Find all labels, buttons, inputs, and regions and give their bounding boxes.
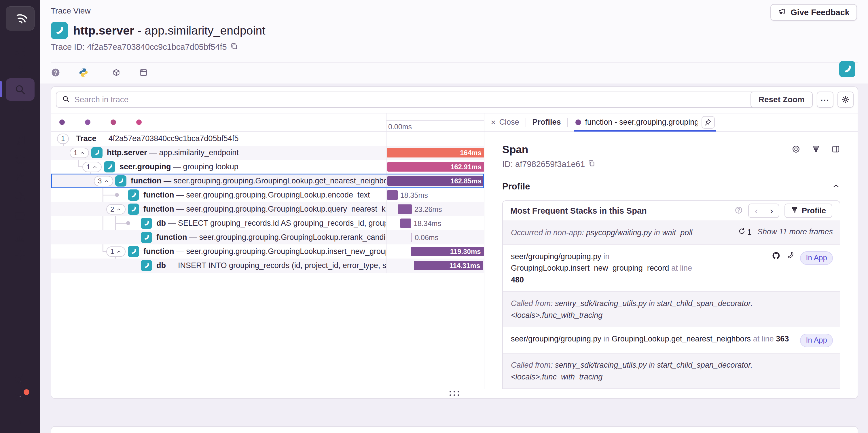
legend-item-db[interactable] bbox=[85, 120, 97, 125]
prev-stack-button[interactable]: ‹ bbox=[749, 204, 764, 217]
broadcast-icon bbox=[14, 391, 27, 403]
legend-item-http-server[interactable] bbox=[111, 120, 123, 125]
legend-item-function[interactable] bbox=[59, 120, 72, 125]
span-row[interactable]: 1Trace — 4f2a57ea703840cc9c1bca7d05bf54f… bbox=[51, 131, 484, 146]
span-row-selected[interactable]: 3function — seer.grouping.grouping.Group… bbox=[51, 174, 484, 188]
sidebar bbox=[0, 0, 40, 433]
trace-view-app: Trace View http.server - app.similarity_… bbox=[0, 0, 868, 433]
sentry-logo-icon bbox=[13, 11, 27, 26]
sidebar-item-projects[interactable] bbox=[0, 208, 40, 224]
tab-profiles[interactable]: Profiles bbox=[532, 118, 561, 127]
header-divider bbox=[51, 62, 858, 63]
span-duration-bar[interactable] bbox=[387, 190, 398, 200]
search-icon bbox=[14, 83, 27, 96]
in-app-badge[interactable]: In App bbox=[800, 334, 833, 347]
seer-icon[interactable] bbox=[786, 251, 794, 261]
chevron-up-icon[interactable] bbox=[840, 431, 849, 433]
timeline-cell: 114.31ms bbox=[386, 258, 484, 273]
stack-context-row: Called from: sentry_sdk/tracing_utils.py… bbox=[503, 291, 840, 327]
sidebar-item-settings[interactable] bbox=[0, 247, 40, 263]
title-op: http.server bbox=[73, 24, 134, 37]
span-row[interactable]: function — seer.grouping.grouping.Groupi… bbox=[51, 188, 484, 202]
timeline-cell: 164ms bbox=[386, 146, 484, 160]
seer-project-icon bbox=[141, 218, 152, 229]
span-row[interactable]: db — SELECT grouping_records.id AS group… bbox=[51, 216, 484, 230]
span-row[interactable]: 1seer.grouping — grouping lookup162.91ms bbox=[51, 160, 484, 174]
reset-zoom-button[interactable]: Reset Zoom bbox=[750, 92, 813, 108]
children-count-pill[interactable]: 3 bbox=[94, 176, 113, 186]
children-count-pill[interactable]: 1 bbox=[106, 246, 126, 257]
children-count-pill[interactable]: 1 bbox=[70, 148, 89, 158]
sidebar-item-collapse[interactable] bbox=[0, 415, 40, 431]
children-count-pill[interactable]: 2 bbox=[106, 204, 126, 215]
span-duration-bar[interactable] bbox=[411, 233, 412, 242]
duration-label: 18.35ms bbox=[400, 190, 428, 200]
chevron-up-icon bbox=[80, 150, 85, 156]
search-icon bbox=[62, 95, 70, 104]
span-tree: 0.00ms 1Trace — 4f2a57ea703840cc9c1bca7d… bbox=[51, 114, 484, 389]
span-duration-bar[interactable] bbox=[398, 205, 411, 214]
open-profile-button[interactable]: Profile bbox=[784, 204, 832, 218]
span-duration-bar[interactable] bbox=[400, 218, 411, 228]
profile-flame-icon[interactable] bbox=[811, 145, 820, 155]
span-row[interactable]: db — INSERT INTO grouping_records (id, p… bbox=[51, 258, 484, 273]
profile-section-header[interactable]: Profile bbox=[502, 181, 840, 192]
stack-frame-row[interactable]: seer/grouping/grouping.py in GroupingLoo… bbox=[503, 327, 840, 353]
help-icon[interactable] bbox=[734, 206, 743, 216]
sidebar-item-issues[interactable] bbox=[0, 43, 40, 59]
search-input[interactable] bbox=[74, 95, 753, 104]
meta-item bbox=[51, 68, 64, 80]
seer-project-icon bbox=[104, 161, 115, 173]
next-stack-button[interactable]: › bbox=[764, 204, 779, 217]
give-feedback-button[interactable]: Give Feedback bbox=[770, 4, 857, 21]
in-app-badge[interactable]: In App bbox=[800, 251, 833, 265]
close-icon: × bbox=[491, 118, 496, 127]
sidebar-item-alerts[interactable] bbox=[0, 170, 40, 186]
span-row[interactable]: 1function — seer.grouping.grouping.Group… bbox=[51, 244, 484, 258]
feedback-icon bbox=[14, 133, 27, 146]
sidebar-item-dashboards[interactable] bbox=[0, 189, 40, 205]
duration-label: 164ms bbox=[387, 148, 482, 157]
show-more-frames-link[interactable]: Show 11 more frames bbox=[757, 227, 833, 236]
sidebar-item-sentry-logo[interactable] bbox=[6, 6, 35, 31]
sidebar-item-insights[interactable] bbox=[0, 229, 40, 245]
sidebar-item-replays[interactable] bbox=[0, 151, 40, 167]
sidebar-item-explore[interactable] bbox=[0, 59, 40, 75]
timeline-cell: 18.34ms bbox=[386, 216, 484, 230]
close-tab-button[interactable]: × Close bbox=[491, 118, 519, 127]
sidebar-item-broadcast[interactable] bbox=[0, 389, 40, 405]
help-icon bbox=[14, 373, 27, 385]
timeline-cell: 0.06ms bbox=[386, 230, 484, 244]
sidebar-item-feedback[interactable] bbox=[0, 132, 40, 148]
span-row[interactable]: 2function — seer.grouping.grouping.Group… bbox=[51, 202, 484, 216]
children-count-pill[interactable]: 1 bbox=[82, 162, 102, 172]
stack-frame-row[interactable]: seer/grouping/grouping.py in GroupingLoo… bbox=[503, 244, 840, 291]
settings-button[interactable] bbox=[837, 92, 854, 108]
more-options-button[interactable]: ... bbox=[817, 92, 833, 108]
chevron-up-icon bbox=[116, 249, 122, 254]
drag-handle[interactable] bbox=[450, 391, 459, 396]
seer-project-icon bbox=[115, 175, 126, 187]
span-row[interactable]: 1http.server — app.similarity_endpoint16… bbox=[51, 146, 484, 160]
sidebar-item-performance[interactable] bbox=[0, 104, 40, 120]
children-count-pill[interactable]: 1 bbox=[57, 133, 69, 144]
copy-icon[interactable] bbox=[587, 159, 595, 169]
card-title: Most Frequent Stacks in this Span bbox=[510, 206, 647, 216]
stack-pager: ‹ › bbox=[748, 204, 779, 218]
search-box[interactable] bbox=[56, 92, 759, 108]
sidebar-item-search[interactable] bbox=[6, 78, 35, 101]
legend-item-seer-grouping[interactable] bbox=[136, 120, 149, 125]
sidebar-item-help[interactable] bbox=[0, 371, 40, 387]
detail-tabs: × Close Profiles function - seer.groupin… bbox=[485, 114, 858, 131]
dashboards-icon bbox=[14, 191, 27, 203]
side-panel-icon[interactable] bbox=[831, 145, 840, 155]
project-avatar bbox=[839, 61, 855, 77]
copy-icon[interactable] bbox=[230, 42, 238, 52]
seer-project-icon bbox=[128, 204, 139, 215]
notification-dot bbox=[24, 389, 29, 395]
github-icon[interactable] bbox=[772, 251, 780, 262]
pin-tab-button[interactable] bbox=[702, 116, 715, 129]
span-row[interactable]: function — seer.grouping.grouping.Groupi… bbox=[51, 230, 484, 244]
focus-span-icon[interactable] bbox=[792, 145, 801, 155]
tab-active-span[interactable]: function - seer.grouping.grouping.G… bbox=[574, 114, 716, 131]
